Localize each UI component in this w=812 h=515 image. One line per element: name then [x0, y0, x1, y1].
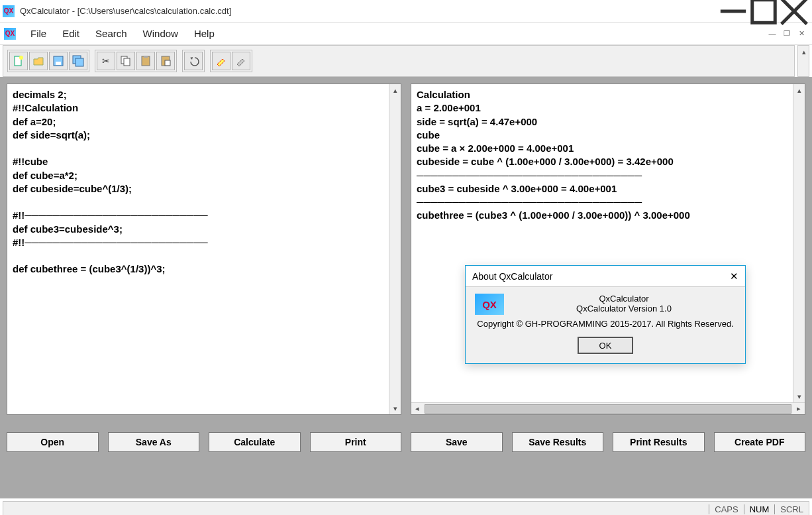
copy-icon[interactable] [117, 52, 135, 70]
scroll-down-icon[interactable]: ▾ [389, 402, 401, 414]
dialog-version: QxCalculator Version 1.0 [512, 304, 736, 314]
output-vertical-scrollbar[interactable]: ▴ ▾ [793, 84, 805, 402]
window-titlebar: QX QxCalculator - [C:\Users\user\calcs\c… [0, 0, 812, 23]
highlighter-icon[interactable] [212, 52, 230, 70]
dialog-close-icon[interactable]: ✕ [730, 270, 738, 282]
dialog-ok-button[interactable]: OK [578, 337, 633, 354]
editor-vertical-scrollbar[interactable]: ▴ ▾ [389, 84, 401, 414]
dialog-app-icon: QX [475, 294, 504, 315]
scroll-left-icon[interactable]: ◂ [411, 403, 423, 415]
new-doc-icon[interactable] [9, 52, 28, 70]
calculate-button[interactable]: Calculate [209, 432, 301, 452]
window-title: QxCalculator - [C:\Users\user\calcs\calc… [20, 6, 718, 16]
save-as-button[interactable]: Save As [108, 432, 200, 452]
svg-rect-9 [76, 58, 83, 66]
svg-rect-13 [144, 56, 148, 58]
dialog-app-name: QxCalculator [512, 294, 736, 304]
save-results-button[interactable]: Save Results [512, 432, 604, 452]
open-doc-icon[interactable] [29, 52, 48, 70]
action-button-row: Open Save As Calculate Print Save Save R… [7, 432, 805, 452]
save-button[interactable]: Save [411, 432, 503, 452]
print-button[interactable]: Print [310, 432, 402, 452]
menubar: QX File Edit Search Window Help — ❐ ✕ [0, 23, 812, 45]
statusbar: CAPS NUM SCRL [3, 501, 809, 515]
clear-highlight-icon[interactable] [232, 52, 250, 70]
undo-icon[interactable] [184, 52, 203, 70]
maximize-button[interactable] [748, 1, 779, 21]
scroll-thumb[interactable] [425, 404, 791, 414]
svg-rect-11 [124, 58, 130, 66]
status-scrl: SCRL [774, 504, 809, 514]
status-num: NUM [744, 504, 775, 514]
toolbar: ✂ [3, 45, 795, 77]
menu-file[interactable]: File [23, 25, 54, 42]
svg-rect-1 [752, 0, 776, 23]
editor-text[interactable]: decimals 2; #!!Calculation def a=20; def… [7, 84, 389, 414]
close-button[interactable] [779, 1, 809, 21]
outer-vertical-scrollbar[interactable]: ▴ [797, 45, 809, 77]
scroll-up-icon[interactable]: ▴ [793, 84, 805, 96]
status-caps: CAPS [709, 504, 743, 514]
minimize-button[interactable] [718, 1, 748, 21]
menu-window[interactable]: Window [135, 25, 186, 42]
editor-pane: decimals 2; #!!Calculation def a=20; def… [7, 84, 401, 415]
menu-edit[interactable]: Edit [54, 25, 87, 42]
svg-point-5 [19, 56, 23, 60]
cut-icon[interactable]: ✂ [97, 52, 115, 70]
dialog-titlebar[interactable]: About QxCalculator ✕ [466, 266, 745, 287]
mdi-close-button[interactable]: ✕ [795, 28, 808, 40]
svg-rect-7 [56, 62, 61, 65]
output-pane: Calculation a = 2.00e+001 side = sqrt(a)… [411, 84, 805, 415]
create-pdf-button[interactable]: Create PDF [714, 432, 806, 452]
scroll-up-icon[interactable]: ▴ [798, 46, 810, 58]
paste-icon[interactable] [136, 52, 155, 70]
about-dialog: About QxCalculator ✕ QX QxCalculator QxC… [465, 265, 746, 364]
scroll-right-icon[interactable]: ▸ [793, 403, 805, 415]
open-button[interactable]: Open [7, 432, 99, 452]
dialog-copyright: Copyright © GH-PROGRAMMING 2015-2017. Al… [477, 319, 733, 329]
menu-help[interactable]: Help [186, 25, 223, 42]
scroll-up-icon[interactable]: ▴ [389, 84, 401, 96]
app-icon: QX [3, 5, 15, 17]
dialog-title: About QxCalculator [472, 271, 552, 282]
scroll-down-icon[interactable]: ▾ [793, 390, 805, 402]
paste-special-icon[interactable] [156, 52, 175, 70]
svg-rect-12 [142, 56, 150, 66]
svg-rect-15 [165, 60, 170, 66]
doc-icon: QX [4, 28, 16, 40]
menu-search[interactable]: Search [87, 25, 135, 42]
mdi-restore-button[interactable]: ❐ [780, 28, 793, 40]
save-icon[interactable] [49, 52, 68, 70]
save-all-icon[interactable] [69, 52, 87, 70]
mdi-minimize-button[interactable]: — [766, 28, 779, 40]
output-horizontal-scrollbar[interactable]: ◂ ▸ [411, 402, 805, 414]
print-results-button[interactable]: Print Results [613, 432, 705, 452]
